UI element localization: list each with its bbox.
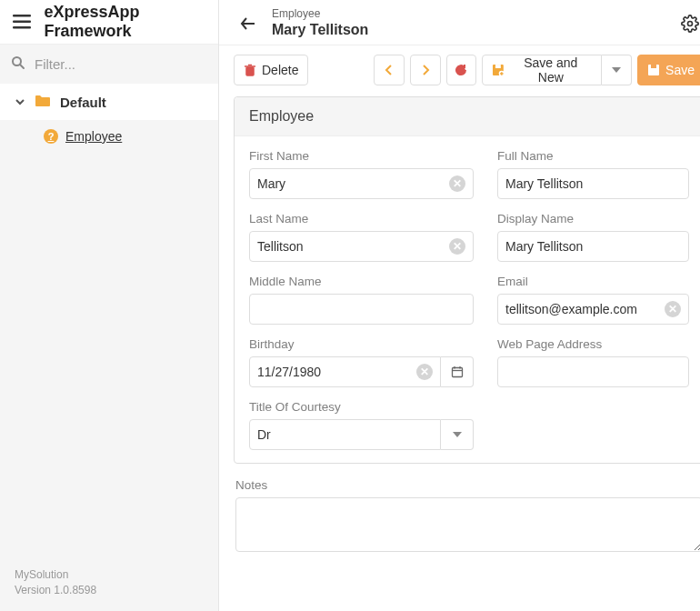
birthday-calendar-button[interactable] <box>441 356 474 387</box>
full-name-input[interactable] <box>505 176 681 191</box>
sidebar: eXpressApp Framework Default ? Employee <box>0 0 219 611</box>
field-full-name: Full Name <box>497 149 689 199</box>
delete-button[interactable]: Delete <box>234 55 308 85</box>
clear-last-name[interactable]: ✕ <box>449 238 465 255</box>
sidebar-footer: MySolution Version 1.0.8598 <box>0 560 218 611</box>
hamburger-icon[interactable] <box>11 9 33 35</box>
refresh-icon <box>455 64 467 76</box>
toolbar: Delete Save and New <box>219 45 700 95</box>
chevron-down-icon <box>15 95 25 110</box>
svg-rect-11 <box>495 65 501 68</box>
save-button[interactable]: Save <box>637 55 700 85</box>
solution-name: MySolution <box>15 567 204 583</box>
save-and-new-button[interactable]: Save and New <box>482 55 601 85</box>
version-label: Version 1.0.8598 <box>15 583 204 598</box>
folder-icon <box>35 95 51 110</box>
save-new-icon <box>492 64 505 76</box>
employee-panel: Employee First Name ✕ Full Name <box>234 96 700 464</box>
svg-marker-22 <box>453 432 462 437</box>
field-email: Email ✕ <box>497 275 689 325</box>
web-page-input[interactable] <box>505 365 681 379</box>
save-and-new-dropdown[interactable] <box>602 55 633 85</box>
title-of-courtesy-dropdown[interactable] <box>441 419 474 450</box>
email-input[interactable] <box>505 302 665 316</box>
clear-email[interactable]: ✕ <box>665 301 681 317</box>
filter-input[interactable] <box>35 56 207 72</box>
svg-marker-15 <box>612 67 621 73</box>
svg-rect-17 <box>651 65 656 68</box>
sidebar-item-label: Employee <box>65 129 122 144</box>
last-name-input[interactable] <box>257 239 449 254</box>
first-name-input[interactable] <box>257 176 449 191</box>
svg-rect-18 <box>452 368 462 377</box>
caret-down-icon <box>612 67 621 73</box>
field-notes: Notes <box>234 464 700 555</box>
question-icon: ? <box>44 129 58 144</box>
back-button[interactable] <box>234 9 263 38</box>
search-icon <box>11 55 25 73</box>
detail-header: Employee Mary Tellitson <box>219 0 700 45</box>
field-display-name: Display Name <box>497 212 689 262</box>
gear-icon <box>681 15 699 33</box>
tree-group-label: Default <box>60 95 106 110</box>
save-and-new-group: Save and New <box>482 55 632 85</box>
tree-group-default[interactable]: Default <box>0 84 218 120</box>
filter-row <box>0 44 218 84</box>
chevron-right-icon <box>421 65 430 75</box>
svg-line-4 <box>20 65 24 68</box>
calendar-icon <box>451 366 464 378</box>
caret-down-icon <box>453 432 462 437</box>
field-birthday: Birthday ✕ <box>249 337 474 387</box>
field-last-name: Last Name ✕ <box>249 212 474 262</box>
svg-rect-1 <box>13 21 31 24</box>
app-title: eXpressApp Framework <box>44 3 207 41</box>
settings-button[interactable] <box>675 9 700 38</box>
field-web-page: Web Page Address <box>497 337 689 387</box>
content: Employee First Name ✕ Full Name <box>219 95 700 611</box>
page-title: Mary Tellitson <box>272 21 666 39</box>
prev-button[interactable] <box>374 55 405 85</box>
middle-name-input[interactable] <box>257 302 465 316</box>
birthday-input[interactable] <box>257 365 416 379</box>
svg-rect-2 <box>13 26 31 29</box>
svg-point-6 <box>688 21 693 25</box>
clear-first-name[interactable]: ✕ <box>449 175 465 192</box>
sidebar-header: eXpressApp Framework <box>0 0 218 44</box>
main: Employee Mary Tellitson Delete <box>219 0 700 611</box>
header-supertitle: Employee <box>272 7 666 21</box>
clear-birthday[interactable]: ✕ <box>416 364 433 380</box>
display-name-input[interactable] <box>505 239 681 254</box>
field-title-of-courtesy: Title Of Courtesy <box>249 400 474 450</box>
nav-tree: Default ? Employee <box>0 84 218 153</box>
field-first-name: First Name ✕ <box>249 149 474 199</box>
notes-input[interactable] <box>235 497 700 552</box>
svg-rect-7 <box>246 67 254 75</box>
field-middle-name: Middle Name <box>249 275 474 325</box>
save-icon <box>647 64 660 76</box>
chevron-left-icon <box>385 65 394 75</box>
title-of-courtesy-input[interactable] <box>257 427 433 442</box>
svg-rect-0 <box>13 15 31 17</box>
trash-icon <box>244 64 256 76</box>
panel-title: Employee <box>235 97 700 136</box>
sidebar-item-employee[interactable]: ? Employee <box>0 120 218 153</box>
next-button[interactable] <box>410 55 441 85</box>
refresh-button[interactable] <box>446 55 477 85</box>
